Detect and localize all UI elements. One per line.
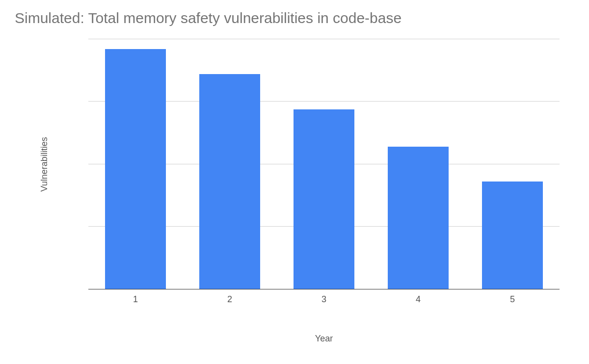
bar-slot	[371, 39, 465, 289]
plot-area	[88, 39, 560, 289]
y-axis-label: Vulnerabilities	[39, 137, 50, 191]
bar-slot	[183, 39, 277, 289]
bar-slot	[465, 39, 560, 289]
x-tick-label: 2	[183, 294, 277, 305]
x-tick-label: 3	[277, 294, 371, 305]
x-axis-label: Year	[29, 334, 589, 344]
x-tick-label: 1	[88, 294, 183, 305]
bar	[105, 49, 166, 289]
bar	[294, 109, 355, 289]
bar-slot	[277, 39, 371, 289]
chart-container: Simulated: Total memory safety vulnerabi…	[0, 0, 589, 364]
bar-slot	[88, 39, 183, 289]
x-tick-label: 5	[465, 294, 560, 305]
bar	[199, 74, 261, 289]
bar	[482, 182, 543, 289]
x-ticks: 12345	[88, 294, 560, 305]
x-tick-label: 4	[371, 294, 465, 305]
bar	[388, 147, 449, 289]
chart-title: Simulated: Total memory safety vulnerabi…	[15, 10, 402, 26]
bars-group	[88, 39, 560, 289]
